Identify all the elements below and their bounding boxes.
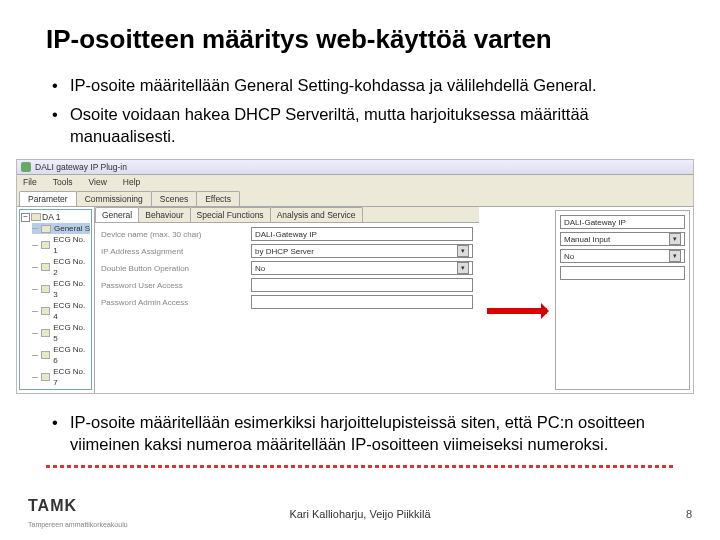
row-ip-assignment: IP Address Assignment by DHCP Server▾ [101,244,473,258]
footer-authors: Kari Kallioharju, Veijo Piikkilä [0,508,720,520]
subtab-general[interactable]: General [95,207,139,222]
tab-commissioning[interactable]: Commissioning [76,191,152,206]
inset-field-double-button[interactable]: No▾ [560,249,685,263]
row-pw-user: Password User Access [101,278,473,292]
chevron-down-icon[interactable]: ▾ [669,233,681,245]
tree-root-label: DA 1 [42,212,60,222]
label-device-name: Device name (max. 30 char) [101,230,251,239]
value: by DHCP Server [255,247,314,256]
chevron-down-icon[interactable]: ▾ [457,262,469,274]
value: No [564,252,574,261]
titlebar: DALI gateway IP Plug-in [17,160,693,175]
subtab-behaviour[interactable]: Behaviour [138,207,190,222]
divider [46,465,674,468]
value: No [255,264,265,273]
value: DALI-Gateway IP [564,218,626,227]
field-ip-assignment[interactable]: by DHCP Server▾ [251,244,473,258]
value: Manual Input [564,235,610,244]
menu-tools[interactable]: Tools [53,177,73,187]
menu-file[interactable]: File [23,177,37,187]
subtab-analysis[interactable]: Analysis and Service [270,207,363,222]
bullet-2: Osoite voidaan hakea DHCP Serveriltä, mu… [46,104,674,147]
tree-item-label: ECG No. 6 [53,344,90,366]
app-icon [21,162,31,172]
tree-item-ecg1[interactable]: ECG No. 1 [32,234,90,256]
tree-panel: − DA 1 General S ECG No. 1 ECG No. 2 ECG… [17,207,95,393]
tree-item-ecg5[interactable]: ECG No. 5 [32,322,90,344]
tree-item-ecg2[interactable]: ECG No. 2 [32,256,90,278]
arrow-icon [487,308,547,314]
tree-item-label: ECG No. 2 [53,256,90,278]
item-icon [41,225,51,233]
page-title: IP-osoitteen määritys web-käyttöä varten [46,24,674,55]
inset-field-device-name[interactable]: DALI-Gateway IP [560,215,685,229]
inset-field-pw-user[interactable] [560,266,685,280]
menu-help[interactable]: Help [123,177,140,187]
tab-scenes[interactable]: Scenes [151,191,197,206]
arrow-annotation [487,207,547,393]
bullet-3: IP-osoite määritellään esimerkiksi harjo… [46,412,674,455]
field-pw-admin[interactable] [251,295,473,309]
app-screenshot: DALI gateway IP Plug-in File Tools View … [16,159,694,394]
subtab-special[interactable]: Special Functions [190,207,271,222]
row-pw-admin: Password Admin Access [101,295,473,309]
item-icon [41,285,51,293]
item-icon [41,307,51,315]
collapse-icon[interactable]: − [21,213,30,222]
label-pw-user: Password User Access [101,281,251,290]
item-icon [41,373,51,381]
tree-item-label: ECG No. 1 [53,234,90,256]
label-pw-admin: Password Admin Access [101,298,251,307]
tree-item-ecg4[interactable]: ECG No. 4 [32,300,90,322]
value: DALI-Gateway IP [255,230,317,239]
tree-item-ecg6[interactable]: ECG No. 6 [32,344,90,366]
tree-item-label: ECG No. 5 [53,322,90,344]
field-pw-user[interactable] [251,278,473,292]
main-tabs: Parameter Commissioning Scenes Effects [17,189,693,206]
item-icon [41,329,51,337]
field-double-button[interactable]: No▾ [251,261,473,275]
form-panel: General Behaviour Special Functions Anal… [95,207,479,393]
folder-icon [31,213,41,221]
chevron-down-icon[interactable]: ▾ [457,245,469,257]
tree-item-ecg7[interactable]: ECG No. 7 [32,366,90,388]
chevron-down-icon[interactable]: ▾ [669,250,681,262]
tree-item-general[interactable]: General S [32,223,90,234]
tab-effects[interactable]: Effects [196,191,240,206]
inset-field-ip-assignment[interactable]: Manual Input▾ [560,232,685,246]
inset-panel: DALI-Gateway IP Manual Input▾ No▾ [555,210,690,390]
row-device-name: Device name (max. 30 char) DALI-Gateway … [101,227,473,241]
tree-item-ecg3[interactable]: ECG No. 3 [32,278,90,300]
row-double-button: Double Button Operation No▾ [101,261,473,275]
menu-view[interactable]: View [89,177,107,187]
field-device-name[interactable]: DALI-Gateway IP [251,227,473,241]
item-icon [41,351,51,359]
item-icon [41,263,51,271]
tree-item-label: ECG No. 3 [53,278,90,300]
label-ip-assignment: IP Address Assignment [101,247,251,256]
bullet-1: IP-osoite määritellään General Setting-k… [46,75,674,96]
tree-root[interactable]: − DA 1 [21,211,90,223]
app-title: DALI gateway IP Plug-in [35,162,127,172]
tab-parameter[interactable]: Parameter [19,191,77,206]
label-double-button: Double Button Operation [101,264,251,273]
tree-item-label: ECG No. 4 [53,300,90,322]
logo-sub: Tampereen ammattikorkeakoulu [28,521,128,528]
tree-item-label: ECG No. 7 [53,366,90,388]
item-icon [41,241,51,249]
sub-tabs: General Behaviour Special Functions Anal… [95,207,479,223]
menubar: File Tools View Help [17,175,693,189]
tree-item-label: General S [54,223,90,234]
